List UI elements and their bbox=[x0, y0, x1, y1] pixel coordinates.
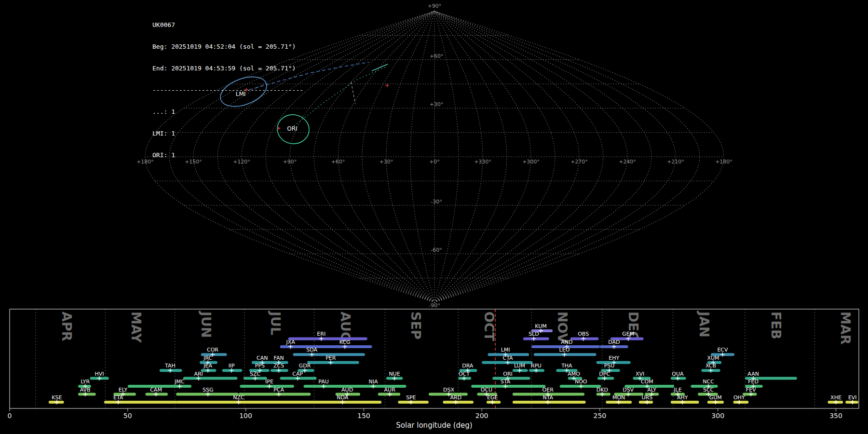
longitude-label: +270° bbox=[570, 159, 588, 165]
shower-bar-QUA: QUA bbox=[671, 371, 686, 380]
shower-bar-GUM: GUM bbox=[707, 394, 724, 405]
shower-code-label: EGE bbox=[487, 394, 498, 401]
shower-bar-AHY: AHY bbox=[671, 394, 699, 405]
shower-bar-NDA: NDA bbox=[304, 394, 382, 405]
shower-code-label: JMC bbox=[174, 379, 185, 385]
shower-code-label: ETA bbox=[113, 394, 123, 401]
shower-code-label: ORI bbox=[503, 371, 513, 377]
shower-code-label: PCA bbox=[273, 387, 284, 393]
shower-bar-NOO: NOO bbox=[560, 379, 601, 389]
shower-code-label: XCB bbox=[705, 363, 716, 369]
separator-line: ---------------------------------------- bbox=[152, 86, 303, 94]
month-label: JUN bbox=[199, 311, 214, 338]
latitude-label: -60° bbox=[431, 247, 442, 253]
shower-bar-URS: URS bbox=[639, 394, 653, 405]
shower-bar-OHY: OHY bbox=[733, 394, 749, 405]
longitude-label: +240° bbox=[619, 159, 636, 165]
shower-code-label: PPS bbox=[255, 363, 265, 369]
month-label: JUL bbox=[268, 311, 283, 335]
shower-bar-JEA: JEA bbox=[201, 363, 217, 373]
shower-bar-ERI: ERI bbox=[288, 331, 367, 340]
shower-code-label: AVB bbox=[80, 387, 91, 393]
shower-code-label: COR bbox=[207, 347, 218, 353]
shower-code-label: CAP bbox=[292, 371, 303, 377]
x-tick-label: 300 bbox=[711, 412, 724, 420]
shower-code-label: NTA bbox=[542, 394, 553, 401]
shower-bar-NZC: NZC bbox=[176, 394, 311, 405]
shower-bar-CAP: CAP bbox=[280, 371, 317, 380]
shower-code-label: GUM bbox=[709, 394, 722, 401]
shower-code-label: ELY bbox=[119, 387, 128, 393]
shower-bar-XHE: XHE bbox=[827, 394, 843, 405]
shower-code-label: SZC bbox=[250, 371, 261, 377]
month-label: SEP bbox=[408, 312, 423, 339]
shower-bar-TAH: TAH bbox=[160, 363, 182, 373]
longitude-label: +0° bbox=[429, 159, 440, 165]
shower-code-label: ECV bbox=[717, 347, 728, 353]
shower-code-label: CAM bbox=[150, 387, 162, 393]
shower-bar-OBS: OBS bbox=[570, 331, 599, 340]
shower-code-label: KSE bbox=[52, 394, 62, 401]
shower-bar-KSE: KSE bbox=[49, 394, 64, 405]
shower-bar-ETA: ETA bbox=[104, 394, 177, 405]
shower-bar-PCA: PCA bbox=[239, 387, 311, 396]
longitude-label: +300° bbox=[522, 159, 540, 165]
month-label: APR bbox=[59, 312, 74, 341]
latitude-label: +30° bbox=[430, 101, 444, 108]
shower-bar-OCT: OCT bbox=[458, 371, 471, 380]
shower-bar-DSX: DSX bbox=[429, 387, 468, 396]
longitude-label: +30° bbox=[380, 159, 393, 165]
shower-code-label: JEA bbox=[203, 363, 212, 369]
latitude-label: -30° bbox=[431, 199, 442, 205]
shower-code-label: GDR bbox=[299, 363, 311, 369]
shower-bar-XCB: XCB bbox=[701, 363, 720, 373]
shower-bar-NTA: NTA bbox=[513, 394, 586, 405]
shower-code-label: URS bbox=[641, 394, 652, 401]
shower-code-label: DAD bbox=[608, 339, 620, 345]
shower-bar-ZCS: ZCS bbox=[271, 363, 288, 373]
longitude-label: +180° bbox=[136, 159, 154, 165]
shower-code-label: STA bbox=[501, 379, 511, 385]
shower-code-label: RPU bbox=[531, 363, 542, 369]
shower-code-label: KUM bbox=[535, 323, 546, 329]
shower-bar-PER: PER bbox=[307, 355, 359, 365]
shower-code-label: SDA bbox=[306, 347, 317, 353]
shower-code-label: OCT bbox=[459, 371, 470, 377]
shower-code-label: ZCS bbox=[273, 363, 284, 369]
shower-code-label: OBS bbox=[578, 331, 589, 337]
shower-bar-DPC: DPC bbox=[597, 371, 614, 380]
shower-bar-RPU: RPU bbox=[529, 363, 544, 373]
shower-bar-SPE: SPE bbox=[398, 394, 429, 405]
shower-code-label: CTA bbox=[502, 355, 513, 361]
month-label: FEB bbox=[769, 312, 784, 339]
shower-code-label: MON bbox=[612, 394, 625, 401]
shower-code-label: PAU bbox=[318, 379, 329, 385]
shower-code-label: AUD bbox=[341, 387, 353, 393]
shower-code-label: LEO bbox=[559, 347, 570, 353]
shower-bar-MON: MON bbox=[606, 394, 632, 405]
x-axis-label: Solar longitude (deg) bbox=[396, 421, 472, 430]
count-ori: ORI: 1 bbox=[152, 151, 303, 159]
shower-code-label: FED bbox=[748, 379, 759, 385]
x-tick-label: 0 bbox=[8, 412, 12, 420]
shower-bar-DAD: DAD bbox=[600, 339, 628, 349]
shower-code-label: AHY bbox=[677, 394, 688, 401]
month-label: MAY bbox=[129, 312, 144, 343]
shower-code-label: PSU bbox=[604, 363, 615, 369]
shower-code-label: NIA bbox=[368, 379, 378, 385]
gmn-observation-screen: { "info_panel": { "station": "UK0067", "… bbox=[0, 0, 868, 434]
shower-code-label: PER bbox=[326, 355, 336, 361]
shower-code-label: DPC bbox=[599, 371, 610, 377]
trail-ori bbox=[294, 67, 386, 126]
shower-code-label: FEV bbox=[746, 387, 756, 393]
shower-code-label: XUM bbox=[707, 355, 719, 361]
shower-code-label: HVI bbox=[95, 371, 104, 377]
month-label: OCT bbox=[482, 312, 497, 341]
shower-code-label: NUE bbox=[389, 371, 400, 377]
shower-bar-EVI: EVI bbox=[845, 394, 858, 405]
south-pole-label: -90° bbox=[429, 302, 440, 309]
longitude-label: +60° bbox=[331, 159, 345, 165]
shower-code-label: CAN bbox=[257, 355, 268, 361]
shower-bar-NUE: NUE bbox=[386, 371, 403, 380]
shower-bar-AUR: AUR bbox=[378, 387, 401, 396]
